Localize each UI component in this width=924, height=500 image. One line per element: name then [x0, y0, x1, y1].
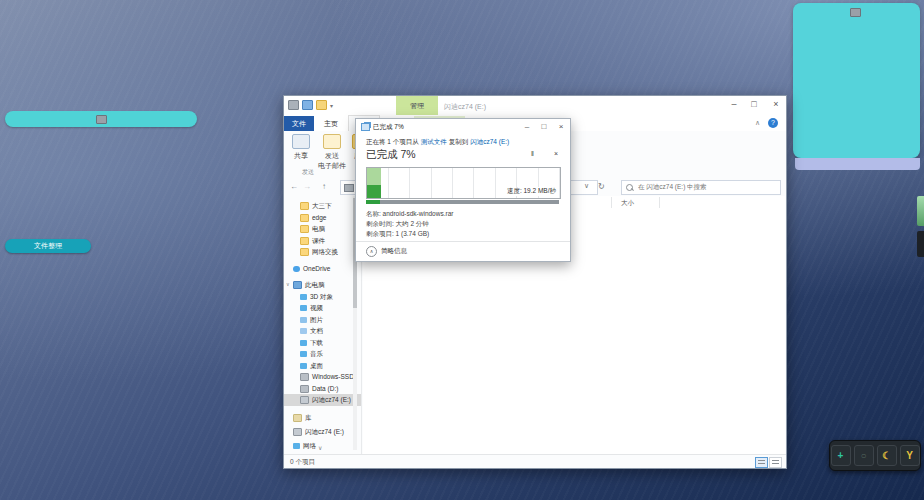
search-input[interactable]: [636, 182, 780, 191]
video-icon: [300, 305, 307, 311]
sidebar-item-7[interactable]: 3D 对象: [284, 291, 361, 303]
sidebar-item-label: 网络交换: [312, 248, 338, 255]
sidebar-item-label: 图片: [310, 316, 323, 323]
back-icon[interactable]: ←: [290, 182, 298, 191]
destination-link[interactable]: 闪迪cz74 (E:): [470, 138, 509, 145]
close-button[interactable]: ×: [768, 99, 784, 109]
sidebar-item-6[interactable]: ∨此电脑: [284, 279, 361, 291]
navigation-pane: 大三下edge电脑课件网络交换OneDrive∨此电脑3D 对象视频图片文档下载…: [284, 196, 362, 455]
sidebar-item-13[interactable]: 桌面: [284, 360, 361, 372]
dialog-minimize-button[interactable]: –: [520, 122, 534, 131]
sidebar-item-5[interactable]: OneDrive: [284, 263, 361, 275]
sidebar-item-15[interactable]: Data (D:): [284, 383, 361, 395]
document-icon: [300, 328, 307, 334]
library-icon: [293, 414, 302, 422]
fewer-details-toggle[interactable]: ∧简略信息: [366, 246, 407, 257]
copy-description: 正在将 1 个项目从测试文件复制到闪迪cz74 (E:): [366, 138, 511, 147]
sidebar-item-label: 课件: [312, 237, 325, 244]
manage-context-tab[interactable]: 管理: [396, 96, 438, 115]
floating-toolbar: +○☾Y: [829, 440, 921, 471]
sidebar-item-12[interactable]: 音乐: [284, 348, 361, 360]
download-icon: [300, 340, 307, 346]
items-left-line: 剩余项目: 1 (3.74 GB): [366, 229, 453, 239]
drive-icon: [344, 184, 354, 192]
sidebar-item-18[interactable]: 闪迪cz74 (E:): [284, 426, 361, 438]
chevron-down-icon[interactable]: ∨: [286, 279, 290, 291]
record-icon[interactable]: ○: [854, 445, 874, 466]
tab-file[interactable]: 文件: [284, 116, 314, 131]
sidebar-item-8[interactable]: 视频: [284, 302, 361, 314]
sidebar-item-0[interactable]: 大三下: [284, 200, 361, 212]
sidebar-item-9[interactable]: 图片: [284, 314, 361, 326]
sidebar-item-3[interactable]: 课件: [284, 235, 361, 247]
up-icon[interactable]: ↑: [322, 182, 326, 191]
cube-icon: [300, 294, 307, 300]
dialog-maximize-button[interactable]: □: [537, 122, 551, 131]
night-mode-icon[interactable]: ☾: [877, 445, 897, 466]
large-icons-view-button[interactable]: [769, 457, 782, 468]
translate-app-icon[interactable]: Y: [900, 445, 920, 466]
title-bar[interactable]: ▾ 管理 闪迪cz74 (E:) – □ ×: [284, 96, 786, 115]
edge-widget-green[interactable]: [917, 196, 924, 226]
refresh-icon[interactable]: ↻: [598, 182, 605, 191]
forward-icon[interactable]: →: [303, 182, 311, 191]
tab-home[interactable]: 主页: [316, 116, 346, 131]
teal-overlay-bar[interactable]: [5, 111, 197, 127]
share-button[interactable]: 共享: [286, 134, 316, 161]
sidebar-item-2[interactable]: 电脑: [284, 223, 361, 235]
address-dropdown-icon[interactable]: ∨: [584, 182, 589, 190]
sidebar-item-10[interactable]: 文档: [284, 325, 361, 337]
qat-dropdown-icon[interactable]: ▾: [330, 102, 333, 109]
usb-icon: [300, 396, 309, 404]
sidebar-item-label: 电脑: [312, 225, 325, 232]
details-view-button[interactable]: [755, 457, 768, 468]
minimize-button[interactable]: –: [726, 99, 742, 109]
help-icon[interactable]: ?: [768, 118, 778, 128]
folder-icon: [300, 214, 309, 222]
sidebar-item-label: 3D 对象: [310, 293, 333, 300]
sidebar-item-label: Windows-SSD: [312, 373, 354, 380]
mini-window-icon: [96, 115, 107, 124]
time-left-line: 剩余时间: 大约 2 分钟: [366, 219, 453, 229]
maximize-button[interactable]: □: [746, 99, 762, 109]
sidebar-item-11[interactable]: 下载: [284, 337, 361, 349]
email-button[interactable]: 发送 电子邮件: [316, 134, 348, 171]
dialog-title-bar[interactable]: 已完成 7% – □ ×: [356, 119, 570, 134]
status-bar: 0 个项目: [284, 454, 786, 468]
sidebar-item-label: 闪迪cz74 (E:): [305, 428, 344, 435]
usb-icon: [293, 428, 302, 436]
sidebar-item-19[interactable]: 网络: [284, 440, 361, 452]
drive-icon: [300, 385, 309, 393]
folder-icon: [300, 225, 309, 233]
file-organize-button[interactable]: 文件整理: [5, 239, 91, 253]
network-icon: [293, 443, 300, 449]
sidebar-item-label: 闪迪cz74 (E:): [312, 396, 351, 403]
sidebar-item-label: 桌面: [310, 362, 323, 369]
teal-side-panel[interactable]: [793, 3, 920, 158]
copy-details: 名称: android-sdk-windows.rar 剩余时间: 大约 2 分…: [366, 209, 453, 239]
edge-widget-dark[interactable]: [917, 231, 924, 257]
sidebar-item-label: 下载: [310, 339, 323, 346]
move-icon[interactable]: +: [831, 445, 851, 466]
sidebar-item-16[interactable]: 闪迪cz74 (E:): [284, 394, 361, 406]
sidebar-item-label: 文档: [310, 327, 323, 334]
sidebar-item-17[interactable]: 库: [284, 412, 361, 424]
sidebar-item-14[interactable]: Windows-SSD: [284, 371, 361, 383]
background-window-strip: [795, 158, 920, 170]
source-link[interactable]: 测试文件: [421, 138, 447, 145]
folder-icon: [300, 248, 309, 256]
drive-icon[interactable]: [288, 100, 299, 110]
search-box[interactable]: [621, 180, 781, 195]
new-folder-icon[interactable]: [316, 100, 327, 110]
dialog-close-button[interactable]: ×: [554, 122, 568, 131]
window-title: 闪迪cz74 (E:): [444, 102, 486, 112]
column-size[interactable]: 大小: [621, 196, 634, 209]
items-count: 0 个项目: [290, 458, 315, 467]
sidebar-item-1[interactable]: edge: [284, 212, 361, 224]
music-icon: [300, 351, 307, 357]
cancel-copy-button[interactable]: ×: [554, 150, 558, 157]
sidebar-item-4[interactable]: 网络交换: [284, 246, 361, 258]
properties-icon[interactable]: [302, 100, 313, 110]
collapse-ribbon-icon[interactable]: ∧: [755, 119, 760, 127]
pause-button[interactable]: ‖: [531, 150, 534, 157]
